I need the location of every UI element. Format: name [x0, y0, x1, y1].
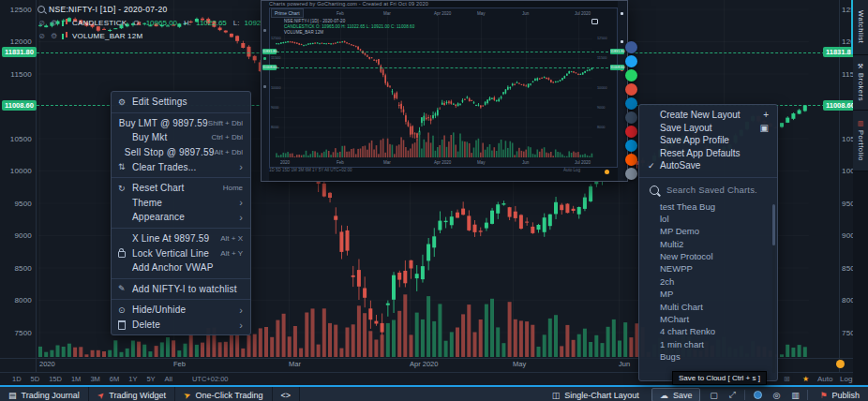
context-menu-item[interactable]: ↻Reset ChartHome: [112, 181, 250, 196]
gear-icon[interactable]: ⚙: [50, 19, 58, 27]
context-menu-item[interactable]: ⇅Clear Trades...›: [112, 159, 250, 174]
lock-icon: [118, 248, 132, 258]
eye-off-icon[interactable]: ⊘: [37, 32, 46, 40]
saved-chart-item[interactable]: New Protocol: [639, 250, 777, 262]
bank-icon[interactable]: ▥: [786, 387, 804, 401]
tumblr-share-button[interactable]: [625, 111, 637, 124]
plus-icon: +: [763, 110, 769, 120]
google-plus-share-button[interactable]: [625, 83, 637, 96]
saved-chart-item[interactable]: MP: [639, 288, 777, 300]
twitter-share-button[interactable]: [625, 55, 637, 67]
trading-widget-button[interactable]: ➤ Trading Widget: [89, 387, 175, 401]
publish-button[interactable]: ⚑ Publish: [811, 387, 868, 401]
context-menu-item[interactable]: Buy LMT @ 9897.59Shift + Dbl: [112, 116, 250, 131]
trading-journal-button[interactable]: ▤ Trading Journal: [0, 387, 89, 401]
timeframe-item[interactable]: 15D: [44, 375, 67, 383]
layout-menu-item[interactable]: Save App Profile: [639, 134, 777, 147]
saved-chart-item[interactable]: NEWPP: [639, 262, 777, 275]
timeframe-item[interactable]: 1M: [67, 375, 85, 383]
snapshot-month-label: May: [477, 160, 486, 165]
gear-icon[interactable]: ⚙: [50, 32, 58, 40]
context-menu-item[interactable]: Sell Stop @ 9897.59Alt + Dbl: [112, 145, 250, 160]
screenshot-icon[interactable]: ▢: [704, 387, 723, 401]
saved-chart-item[interactable]: MChart: [639, 313, 777, 325]
snapshot-price-tick: 9000: [271, 106, 278, 110]
timeframe-item[interactable]: 1D: [7, 375, 26, 383]
snapshot-price-line: [277, 67, 608, 68]
email-share-button[interactable]: [625, 168, 637, 180]
sidebar-tab-watchlist[interactable]: Watchlist: [853, 0, 868, 55]
saved-chart-item[interactable]: Multi Chart: [639, 301, 777, 313]
submenu-arrow-icon: ›: [239, 320, 243, 330]
context-menu-item[interactable]: ✎Add NIFTY-I to watchlist: [112, 282, 250, 297]
saved-chart-item[interactable]: MP Demo: [639, 225, 777, 237]
saved-chart-item[interactable]: lol: [639, 213, 777, 225]
sidebar-tab-brokers[interactable]: ⚒ Brokers: [853, 55, 868, 111]
context-menu-item[interactable]: Buy MktCtrl + Dbl: [112, 130, 250, 145]
telegram-share-button[interactable]: [625, 140, 637, 152]
target-icon[interactable]: ◎: [767, 387, 786, 401]
sidebar-tab-portfolio[interactable]: ▥ Portfolio: [853, 111, 868, 171]
timeframe-item[interactable]: 5D: [26, 375, 45, 383]
saved-chart-item[interactable]: 2ch: [639, 275, 777, 288]
one-click-trading-button[interactable]: ➤ One-Click Trading: [175, 387, 273, 401]
layout-menu-item[interactable]: Save Layout▣: [639, 122, 777, 135]
whatsapp-share-button[interactable]: [625, 69, 637, 82]
menu-shortcut: Alt + Y: [220, 249, 243, 258]
menu-shortcut: Alt + Dbl: [215, 148, 243, 156]
context-menu-item[interactable]: ⚙Edit Settings: [112, 95, 250, 110]
menu-item-label: AutoSave: [660, 160, 769, 171]
context-menu-item[interactable]: Theme›: [112, 196, 250, 211]
journal-icon: ▤: [8, 391, 17, 400]
context-menu-item[interactable]: ⊙Hide/Unhide›: [112, 303, 250, 318]
tab-label: Portfolio: [857, 130, 865, 161]
menu-scrollbar[interactable]: [772, 204, 775, 373]
code-button[interactable]: <>: [273, 387, 301, 401]
log-scale-toggle[interactable]: Log: [840, 375, 852, 383]
snapshot-symbol-title: NSE:NIFTY-I [1D] - 2020-07-20: [284, 19, 345, 23]
grid-toggle-icon[interactable]: ⊞: [784, 375, 790, 383]
context-menu-item[interactable]: Lock Vertical LineAlt + Y: [112, 245, 250, 260]
snapshot-month-label: Jun: [522, 11, 529, 16]
trash-icon: [118, 320, 132, 330]
layout-menu-item[interactable]: ✓AutoSave: [639, 159, 777, 172]
saved-chart-item[interactable]: 4 chart Renko: [639, 325, 777, 337]
reddit-share-button[interactable]: [625, 154, 637, 166]
fullscreen-icon[interactable]: ⤢: [723, 387, 741, 401]
cloud-icon: ☁: [660, 391, 668, 400]
facebook-share-button[interactable]: [625, 41, 637, 53]
timeframe-item[interactable]: 3M: [85, 375, 104, 383]
save-to-cloud-button[interactable]: ☁ Save: [651, 388, 701, 401]
timezone-label[interactable]: UTC+02:00: [192, 375, 229, 383]
eye-off-icon[interactable]: ⊘: [37, 19, 46, 27]
favorite-star-icon[interactable]: ★: [802, 375, 809, 383]
saved-chart-item[interactable]: Multi2: [639, 238, 777, 250]
price-tick-label: 7500: [14, 329, 32, 337]
saved-chart-item[interactable]: test Thea Bug: [639, 200, 777, 213]
context-menu-item[interactable]: Add Anchor VWAP: [112, 260, 250, 275]
layout-menu-item[interactable]: Reset App Defaults: [639, 147, 777, 160]
context-menu-item[interactable]: Appearance›: [112, 210, 250, 225]
menu-divider: [639, 177, 777, 178]
magnifier-icon[interactable]: [37, 6, 45, 13]
single-chart-layout-button[interactable]: ◫ Single-Chart Layout: [544, 387, 648, 401]
camera-button[interactable]: [748, 387, 767, 401]
timeframe-item[interactable]: 5Y: [142, 375, 159, 383]
auto-scale-toggle[interactable]: Auto: [817, 375, 832, 383]
layout-menu-item[interactable]: Create New Layout+: [639, 109, 777, 122]
timeframe-item[interactable]: 1Y: [124, 375, 142, 383]
context-menu-item[interactable]: X Line At 9897.59Alt + X: [112, 231, 250, 246]
snapshot-month-label: May: [477, 11, 486, 16]
linkedin-share-button[interactable]: [625, 97, 637, 110]
timeframe-item[interactable]: All: [160, 375, 177, 383]
notification-dot[interactable]: [836, 360, 845, 368]
menu-shortcut: Shift + Dbl: [208, 119, 243, 127]
saved-charts-search[interactable]: Search Saved Charts.: [639, 182, 777, 200]
saved-chart-item[interactable]: 1 min chart: [639, 338, 777, 350]
context-menu-item[interactable]: Delete›: [112, 318, 250, 333]
timeframe-item[interactable]: 6M: [105, 375, 124, 383]
pinterest-share-button[interactable]: [625, 126, 637, 138]
snapshot-month-label: Feb: [337, 160, 344, 165]
snapshot-auto-log: Auto Log: [563, 168, 601, 172]
saved-chart-item[interactable]: Bugs: [639, 350, 777, 363]
